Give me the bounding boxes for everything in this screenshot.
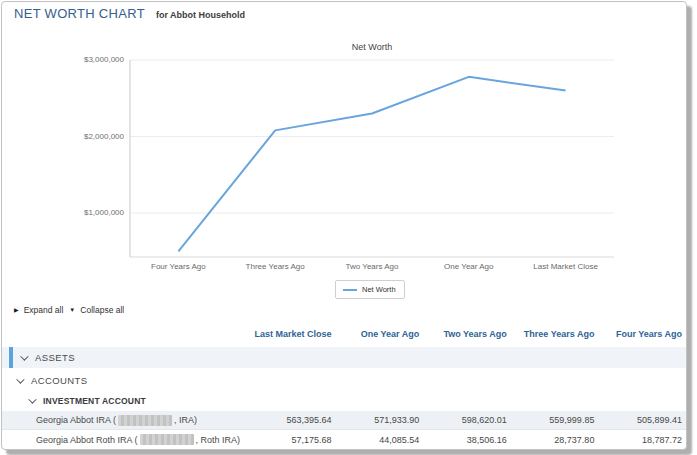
cell-value: 57,175.68 (248, 435, 336, 445)
table-row: Georgia Abbot Roth IRA ( , Roth IRA) 57,… (2, 430, 686, 449)
chevron-down-icon[interactable] (28, 395, 36, 403)
page-title: NET WORTH CHART (14, 6, 145, 21)
redacted-account-number (140, 434, 194, 445)
chevron-down-icon[interactable] (20, 352, 28, 360)
legend-line-swatch (343, 289, 357, 291)
redacted-account-number (118, 415, 172, 426)
collapse-all-button[interactable]: ▼ Collapse all (69, 305, 124, 315)
expand-all-label: Expand all (24, 305, 64, 315)
triangle-down-icon: ▼ (69, 307, 75, 313)
account-name-suffix: , Roth IRA) (196, 435, 241, 445)
net-worth-table: Last Market Close One Year Ago Two Years… (2, 322, 686, 449)
column-header-three-years-ago: Three Years Ago (511, 329, 599, 339)
cell-value: 505,899.41 (598, 415, 686, 425)
column-header-one-year-ago: One Year Ago (336, 329, 424, 339)
cell-value: 598,620.01 (423, 415, 511, 425)
y-axis-tick-label: $3,000,000 (32, 55, 124, 64)
account-name-suffix: , IRA) (174, 415, 197, 425)
section-label-investment-account: INVESTMENT ACCOUNT (43, 396, 146, 406)
column-header-two-years-ago: Two Years Ago (423, 329, 511, 339)
window-header: NET WORTH CHART for Abbot Household (14, 6, 245, 21)
x-axis-tick-label: Last Market Close (506, 262, 626, 271)
account-name: Georgia Abbot IRA ( , IRA) (2, 415, 248, 426)
section-row-accounts[interactable]: ACCOUNTS (2, 370, 686, 391)
tree-controls: ▶ Expand all ▼ Collapse all (14, 305, 124, 315)
cell-value: 559,999.85 (511, 415, 599, 425)
table-header-row: Last Market Close One Year Ago Two Years… (2, 322, 686, 345)
section-label-accounts: ACCOUNTS (31, 375, 88, 386)
section-label-assets: ASSETS (35, 352, 75, 363)
collapse-all-label: Collapse all (80, 305, 124, 315)
cell-value: 563,395.64 (248, 415, 336, 425)
net-worth-line (178, 77, 565, 251)
chevron-down-icon[interactable] (16, 375, 24, 383)
legend-label: Net Worth (362, 285, 396, 294)
chart-legend: Net Worth (335, 280, 405, 299)
section-row-investment-account[interactable]: INVESTMENT ACCOUNT (2, 391, 686, 411)
account-name-prefix: Georgia Abbot IRA ( (36, 415, 116, 425)
cell-value: 28,737.80 (511, 435, 599, 445)
account-name: Georgia Abbot Roth IRA ( , Roth IRA) (2, 434, 248, 445)
cell-value: 571,933.90 (336, 415, 424, 425)
y-axis-tick-label: $2,000,000 (32, 132, 124, 141)
cell-value: 18,787.72 (598, 435, 686, 445)
triangle-right-icon: ▶ (14, 307, 19, 313)
cell-value: 44,085.54 (336, 435, 424, 445)
selection-accent-bar (9, 347, 13, 368)
section-row-assets[interactable]: ASSETS (2, 347, 686, 368)
table-row: Georgia Abbot IRA ( , IRA) 563,395.64 57… (2, 411, 686, 430)
account-name-prefix: Georgia Abbot Roth IRA ( (36, 435, 138, 445)
cell-value: 38,506.16 (423, 435, 511, 445)
y-axis-tick-label: $1,000,000 (32, 208, 124, 217)
column-header-four-years-ago: Four Years Ago (598, 329, 686, 339)
net-worth-chart-window: NET WORTH CHART for Abbot Household Net … (1, 1, 687, 450)
net-worth-chart: Net Worth $3,000,000$2,000,000$1,000,000… (2, 40, 686, 302)
expand-all-button[interactable]: ▶ Expand all (14, 305, 63, 315)
page-subtitle: for Abbot Household (156, 10, 245, 20)
column-header-last-market-close: Last Market Close (248, 329, 336, 339)
